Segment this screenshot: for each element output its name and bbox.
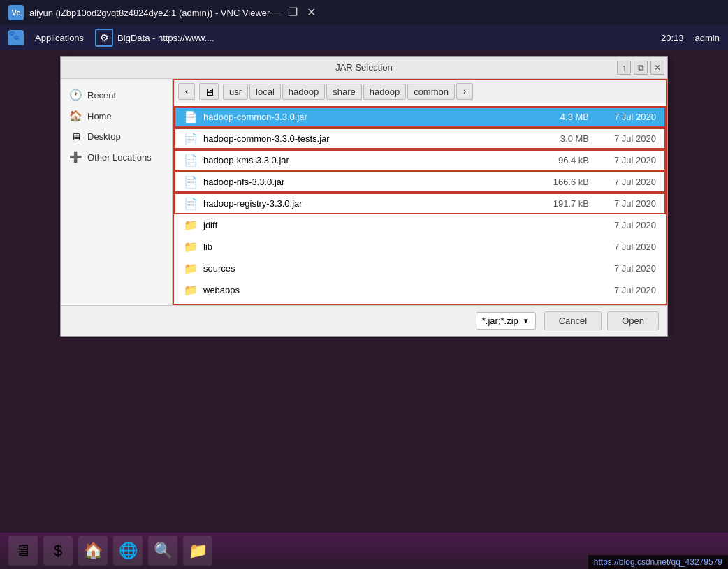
taskbar-files[interactable]: 🏠 — [78, 536, 108, 566]
file-row[interactable]: 📁jdiff7 Jul 2020 — [174, 214, 666, 236]
file-type-icon: 📁 — [184, 283, 198, 297]
breadcrumb-bar: ‹ 🖥 usr local hadoop share hadoop common… — [174, 80, 666, 103]
filter-value: *.jar;*.zip — [482, 316, 518, 326]
file-type-icon: 📁 — [184, 219, 198, 232]
file-size: 191.7 kB — [533, 198, 589, 209]
taskbar: 🖥 $ 🏠 🌐 🔍 📁 https://blog.csdn.net/qq_432… — [0, 533, 728, 569]
file-date: 7 Jul 2020 — [600, 198, 656, 209]
taskbar-terminal[interactable]: $ — [43, 536, 73, 566]
file-date: 7 Jul 2020 — [600, 177, 656, 187]
dialog-container: JAR Selection ↑ ⧉ ✕ 🕐 Recent 🏠 Home 🖥 — [0, 50, 728, 569]
file-row[interactable]: 📄hadoop-registry-3.3.0.jar191.7 kB7 Jul … — [174, 193, 666, 214]
filter-arrow-icon: ▼ — [523, 317, 530, 325]
breadcrumb-hadoop1[interactable]: hadoop — [282, 84, 325, 100]
breadcrumb-home-btn[interactable]: 🖥 — [199, 83, 219, 100]
dialog-restore-btn[interactable]: ⧉ — [634, 61, 648, 75]
dialog-bottom: *.jar;*.zip ▼ Cancel Open — [61, 305, 667, 336]
file-row[interactable]: 📄hadoop-common-3.3.0.jar4.3 MB7 Jul 2020 — [174, 106, 666, 128]
file-size: 4.3 MB — [533, 112, 589, 122]
bigdata-link[interactable]: ⚙ BigData - https://www.... — [95, 29, 214, 47]
applications-menu[interactable]: Applications — [35, 33, 84, 43]
file-type-icon: 📄 — [184, 175, 198, 189]
vnc-close-btn[interactable]: ✕ — [306, 8, 316, 17]
file-area: ‹ 🖥 usr local hadoop share hadoop common… — [173, 79, 667, 305]
sidebar-item-other-locations[interactable]: ➕ Other Locations — [61, 147, 172, 168]
breadcrumb-share[interactable]: share — [326, 84, 362, 100]
file-type-icon: 📄 — [184, 110, 198, 124]
file-row[interactable]: 📄hadoop-common-3.3.0-tests.jar3.0 MB7 Ju… — [174, 128, 666, 149]
dialog-title: JAR Selection — [335, 62, 393, 73]
file-size: 3.0 MB — [533, 133, 589, 144]
file-type-icon: 📁 — [184, 262, 198, 275]
breadcrumb-back-btn[interactable]: ‹ — [178, 83, 195, 100]
jar-selection-dialog: JAR Selection ↑ ⧉ ✕ 🕐 Recent 🏠 Home 🖥 — [60, 56, 668, 337]
app-logo: 🐾 — [8, 30, 24, 45]
cancel-button[interactable]: Cancel — [544, 311, 602, 330]
file-type-icon: 📁 — [184, 240, 198, 253]
file-list: 📄hadoop-common-3.3.0.jar4.3 MB7 Jul 2020… — [174, 103, 666, 304]
file-size: 96.4 kB — [533, 155, 589, 165]
sidebar-label-recent: Recent — [87, 90, 116, 101]
sidebar-label-home: Home — [87, 111, 112, 121]
taskbar-folder[interactable]: 📁 — [183, 536, 212, 566]
file-type-icon: 📄 — [184, 154, 198, 167]
vnc-titlebar: Ve aliyun (iZbp10od2gvqt8z4824dyeZ:1 (ad… — [0, 0, 728, 25]
file-date: 7 Jul 2020 — [600, 220, 656, 230]
file-date: 7 Jul 2020 — [600, 263, 656, 274]
user-display: admin — [695, 33, 720, 43]
gear-icon: ⚙ — [95, 29, 113, 47]
breadcrumb-local[interactable]: local — [249, 84, 281, 100]
file-name: hadoop-nfs-3.3.0.jar — [203, 177, 533, 187]
file-date: 7 Jul 2020 — [600, 112, 656, 122]
file-row[interactable]: 📄hadoop-kms-3.3.0.jar96.4 kB7 Jul 2020 — [174, 149, 666, 171]
dialog-up-btn[interactable]: ↑ — [617, 61, 631, 75]
taskbar-url: https://blog.csdn.net/qq_43279579 — [588, 555, 728, 569]
file-name: webapps — [203, 285, 533, 295]
file-name: hadoop-kms-3.3.0.jar — [203, 155, 533, 165]
breadcrumb-more-btn[interactable]: › — [456, 83, 473, 100]
sidebar-item-recent[interactable]: 🕐 Recent — [61, 84, 172, 105]
sidebar: 🕐 Recent 🏠 Home 🖥 Desktop ➕ Other Locati… — [61, 79, 173, 305]
vnc-logo: Ve — [8, 5, 24, 20]
breadcrumb-common[interactable]: common — [407, 84, 455, 100]
file-type-icon: 📄 — [184, 132, 198, 145]
sidebar-item-home[interactable]: 🏠 Home — [61, 105, 172, 126]
filter-dropdown[interactable]: *.jar;*.zip ▼ — [476, 312, 536, 330]
dialog-title-controls[interactable]: ↑ ⧉ ✕ — [617, 61, 664, 75]
app-bar-right: 20:13 admin — [661, 33, 720, 43]
time-display: 20:13 — [661, 33, 684, 43]
open-button[interactable]: Open — [607, 311, 659, 330]
app-bar: 🐾 Applications ⚙ BigData - https://www..… — [0, 25, 728, 50]
taskbar-browser[interactable]: 🌐 — [113, 536, 143, 566]
file-name: hadoop-registry-3.3.0.jar — [203, 198, 533, 209]
applications-label: Applications — [35, 33, 84, 43]
sidebar-label-desktop: Desktop — [87, 131, 121, 142]
sidebar-item-desktop[interactable]: 🖥 Desktop — [61, 126, 172, 147]
file-date: 7 Jul 2020 — [600, 155, 656, 165]
vnc-minimize-btn[interactable]: — — [270, 8, 279, 17]
file-row[interactable]: 📁lib7 Jul 2020 — [174, 236, 666, 258]
sidebar-label-other-locations: Other Locations — [87, 152, 152, 163]
dialog-close-btn[interactable]: ✕ — [650, 61, 664, 75]
vnc-controls[interactable]: — ❐ ✕ — [270, 8, 316, 17]
bigdata-label: BigData - https://www.... — [117, 33, 214, 43]
file-name: hadoop-common-3.3.0-tests.jar — [203, 133, 533, 144]
vnc-maximize-btn[interactable]: ❐ — [288, 8, 298, 17]
file-type-icon: 📄 — [184, 197, 198, 210]
breadcrumb-hadoop2[interactable]: hadoop — [363, 84, 406, 100]
file-date: 7 Jul 2020 — [600, 242, 656, 252]
file-row[interactable]: 📄hadoop-nfs-3.3.0.jar166.6 kB7 Jul 2020 — [174, 171, 666, 193]
breadcrumb-usr[interactable]: usr — [223, 84, 248, 100]
file-row[interactable]: 📁webapps7 Jul 2020 — [174, 279, 666, 301]
vnc-title: aliyun (iZbp10od2gvqt8z4824dyeZ:1 (admin… — [29, 8, 270, 18]
file-name: jdiff — [203, 220, 533, 230]
home-icon: 🏠 — [69, 110, 82, 122]
taskbar-display[interactable]: 🖥 — [8, 536, 38, 566]
file-date: 7 Jul 2020 — [600, 133, 656, 144]
file-name: sources — [203, 263, 533, 274]
taskbar-search[interactable]: 🔍 — [148, 536, 177, 566]
file-date: 7 Jul 2020 — [600, 285, 656, 295]
file-row[interactable]: 📁sources7 Jul 2020 — [174, 258, 666, 279]
file-name: hadoop-common-3.3.0.jar — [203, 112, 533, 122]
recent-icon: 🕐 — [69, 89, 82, 101]
